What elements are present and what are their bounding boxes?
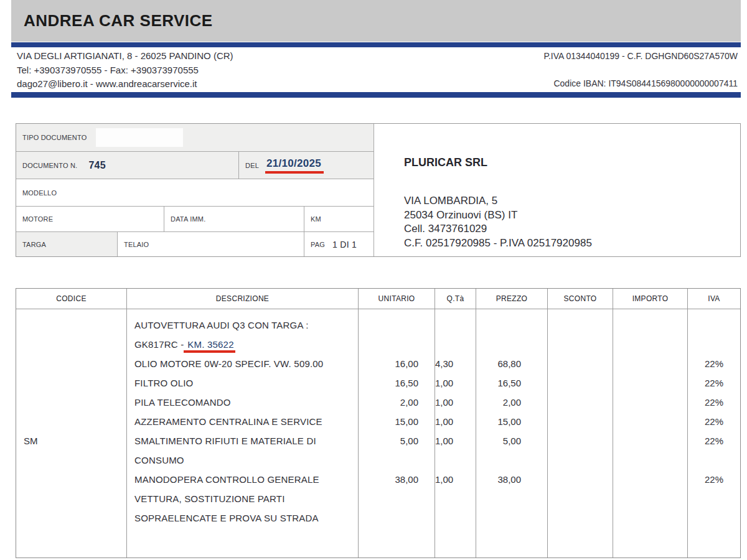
- cell-codice: [16, 412, 126, 431]
- cell-unitario: 15,00: [359, 412, 435, 431]
- cell-prezzo: 38,00: [476, 470, 547, 489]
- cell-codice: [16, 489, 126, 508]
- cell-unitario: 16,00: [359, 354, 435, 373]
- cell-descrizione: AZZERAMENTO CENTRALINA E SERVICE: [127, 412, 358, 431]
- del-cell: DEL 21/10/2025: [239, 152, 374, 179]
- cell-prezzo: [476, 508, 547, 528]
- customer-address-block: VIA LOMBARDIA, 5 25034 Orzinuovi (BS) IT…: [404, 194, 592, 250]
- cell-iva: 22%: [688, 431, 740, 450]
- company-email-web: dago27@libero.it - www.andreacarservice.…: [17, 77, 233, 91]
- cell-unitario: [359, 450, 435, 470]
- company-fiscal-codes: P.IVA 01344040199 - C.F. DGHGND60S27A570…: [543, 51, 738, 61]
- documento-n-label: DOCUMENTO N.: [22, 162, 77, 169]
- cell-iva: 22%: [688, 373, 740, 393]
- company-phone-fax: Tel: +390373970555 - Fax: +390373970555: [17, 63, 233, 78]
- modello-cell: MODELLO: [16, 179, 374, 207]
- cell-descrizione: CONSUMO: [127, 450, 358, 470]
- header-quantita: Q.Tà: [435, 289, 476, 309]
- tipo-documento-value-field: [96, 128, 183, 147]
- cell-quantita: 1,00: [435, 373, 476, 393]
- cell-prezzo: [476, 450, 547, 470]
- cell-prezzo: 2,00: [476, 393, 547, 412]
- invoice-document: ANDREA CAR SERVICE VIA DEGLI ARTIGIANATI…: [0, 0, 747, 560]
- cell-codice: [16, 450, 126, 470]
- company-address: VIA DEGLI ARTIGIANATI, 8 - 26025 PANDINO…: [17, 49, 233, 63]
- cell-prezzo: [476, 315, 547, 335]
- cell-codice: [16, 508, 126, 528]
- cell-descrizione: SOPRAELENCATE E PROVA SU STRADA: [127, 508, 358, 528]
- motore-label: MOTORE: [22, 215, 53, 223]
- customer-address-line2: 25034 Orzinuovi (BS) IT: [404, 208, 592, 223]
- cell-iva: [688, 489, 740, 508]
- cell-iva: [688, 315, 740, 335]
- data-imm-cell: DATA IMM.: [164, 207, 304, 232]
- cell-prezzo: 5,00: [476, 431, 547, 450]
- cell-descrizione: VETTURA, SOSTITUZIONE PARTI: [127, 489, 358, 508]
- cell-descrizione: GK817RC -KM. 35622: [127, 335, 358, 354]
- cell-unitario: [359, 508, 435, 528]
- cell-unitario: [359, 315, 435, 335]
- header-sconto: SCONTO: [548, 289, 613, 309]
- column-sconto: SCONTO: [548, 289, 613, 558]
- divider-line-bottom: [11, 92, 741, 98]
- data-imm-label: DATA IMM.: [171, 215, 205, 223]
- cell-descrizione: MANODOPERA CONTROLLO GENERALE: [127, 470, 358, 489]
- pag-value: 1 DI 1: [332, 240, 357, 250]
- column-descrizione: DESCRIZIONE AUTOVETTURA AUDI Q3 CON TARG…: [127, 289, 359, 558]
- customer-name: PLURICAR SRL: [404, 156, 487, 169]
- cell-descrizione: PILA TELECOMANDO: [127, 393, 358, 412]
- company-iban: Codice IBAN: IT94S0844156980000000007411: [553, 78, 738, 88]
- cell-quantita: [435, 335, 476, 354]
- header-iva: IVA: [688, 289, 740, 309]
- column-quantita: Q.Tà 4,30 1,00 1,00 1,00 1,00 1,00: [435, 289, 476, 558]
- customer-box: PLURICAR SRL VIA LOMBARDIA, 5 25034 Orzi…: [374, 124, 740, 256]
- km-label: KM: [311, 215, 321, 223]
- cell-quantita: 1,00: [435, 393, 476, 412]
- column-prezzo: PREZZO 68,80 16,50 2,00 15,00 5,00 38,00: [476, 289, 548, 558]
- cell-unitario: 16,50: [359, 373, 435, 393]
- customer-fiscal-codes: C.F. 02517920985 - P.IVA 02517920985: [404, 236, 592, 251]
- cell-prezzo: 16,50: [476, 373, 547, 393]
- column-iva: IVA 22% 22% 22% 22% 22% 22%: [688, 289, 740, 558]
- cell-unitario: 38,00: [359, 470, 435, 489]
- column-codice: CODICE SM: [16, 289, 127, 558]
- cell-quantita: [435, 450, 476, 470]
- cell-codice: [16, 315, 126, 335]
- telaio-label: TELAIO: [124, 241, 149, 248]
- documento-n-cell: DOCUMENTO N. 745: [16, 152, 239, 179]
- cell-iva: 22%: [688, 393, 740, 412]
- km-highlighted-value: KM. 35622: [184, 339, 235, 353]
- documento-n-value: 745: [88, 160, 106, 171]
- del-label: DEL: [245, 162, 259, 169]
- header-importo: IMPORTO: [613, 289, 687, 309]
- cell-prezzo: 68,80: [476, 354, 547, 373]
- cell-quantita: 1,00: [435, 412, 476, 431]
- cell-prezzo: [476, 489, 547, 508]
- header-codice: CODICE: [16, 289, 126, 309]
- cell-unitario: [359, 489, 435, 508]
- targa-label: TARGA: [22, 241, 46, 248]
- divider-line-top: [11, 42, 741, 47]
- cell-iva: 22%: [688, 354, 740, 373]
- cell-descrizione: SMALTIMENTO RIFIUTI E MATERIALE DI: [127, 431, 358, 450]
- cell-iva: [688, 335, 740, 354]
- header-prezzo: PREZZO: [476, 289, 547, 309]
- pag-cell: PAG 1 DI 1: [304, 232, 374, 256]
- cell-prezzo: [476, 335, 547, 354]
- document-date-value: 21/10/2025: [265, 157, 324, 174]
- cell-descrizione: FILTRO OLIO: [127, 373, 358, 393]
- cell-codice: [16, 393, 126, 412]
- cell-quantita: [435, 315, 476, 335]
- tipo-documento-cell: TIPO DOCUMENTO: [16, 124, 374, 152]
- customer-phone: Cell. 3473761029: [404, 222, 592, 236]
- motore-cell: MOTORE: [16, 207, 164, 232]
- cell-codice: [16, 354, 126, 373]
- cell-quantita: 1,00: [435, 431, 476, 450]
- tipo-documento-label: TIPO DOCUMENTO: [22, 134, 87, 141]
- company-contact-block: VIA DEGLI ARTIGIANATI, 8 - 26025 PANDINO…: [17, 49, 233, 91]
- company-header-bar: ANDREA CAR SERVICE: [11, 0, 741, 42]
- cell-unitario: 5,00: [359, 431, 435, 450]
- cell-iva: [688, 450, 740, 470]
- cell-prezzo: 15,00: [476, 412, 547, 431]
- column-importo: IMPORTO: [613, 289, 688, 558]
